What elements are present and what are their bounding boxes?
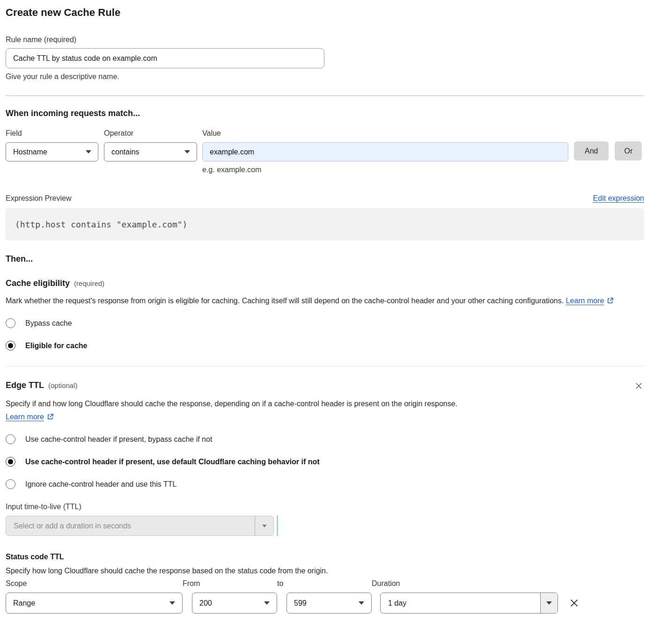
radio-ignore-header-use-ttl[interactable]: Ignore cache-control header and use this… — [6, 479, 644, 489]
duration-value: 1 day — [381, 593, 540, 613]
chevron-down-icon — [86, 150, 91, 154]
or-button[interactable]: Or — [615, 141, 642, 161]
focus-caret-bar — [277, 515, 278, 536]
edge-ttl-close-button[interactable] — [633, 381, 644, 391]
operator-select[interactable]: contains — [104, 142, 197, 161]
radio-bypass-cache[interactable]: Bypass cache — [6, 318, 644, 328]
radio-icon — [6, 434, 15, 444]
edge-ttl-optional-tag: (optional) — [48, 381, 78, 389]
from-label: From — [183, 579, 277, 588]
chevron-down-icon — [184, 150, 190, 154]
edge-ttl-description: Specify if and how long Cloudflare shoul… — [6, 397, 492, 424]
cache-eligibility-title: Cache eligibility — [6, 278, 70, 288]
then-heading: Then... — [6, 254, 644, 264]
delete-status-code-row-button[interactable] — [568, 597, 580, 609]
cache-eligibility-learn-more-link[interactable]: Learn more — [566, 297, 614, 305]
to-select-value: 599 — [294, 599, 307, 607]
radio-icon — [6, 479, 15, 489]
and-button[interactable]: And — [574, 141, 609, 161]
x-delete-icon — [569, 598, 580, 608]
edge-ttl-learn-more-link[interactable]: Learn more — [6, 413, 54, 421]
to-select[interactable]: 599 — [286, 593, 372, 614]
field-select-value: Hostname — [13, 148, 47, 156]
scope-label: Scope — [6, 579, 183, 588]
expression-preview-code: (http.host contains "example.com") — [6, 208, 644, 241]
match-condition-row: Field Hostname Operator contains Value e… — [6, 129, 644, 174]
ttl-duration-select-disabled: Select or add a duration in seconds — [6, 516, 274, 536]
to-label: to — [277, 579, 372, 588]
create-cache-rule-form: Create new Cache Rule Rule name (require… — [0, 0, 661, 625]
field-label: Field — [6, 129, 98, 138]
status-code-ttl-row: Scope Range From 200 to 599 Duration 1 d… — [6, 579, 644, 614]
page-title: Create new Cache Rule — [6, 7, 644, 19]
edit-expression-link[interactable]: Edit expression — [593, 194, 644, 203]
duration-dropdown-button[interactable] — [540, 593, 558, 613]
chevron-down-icon — [546, 601, 552, 605]
radio-use-header-default-if-not[interactable]: Use cache-control header if present, use… — [6, 457, 644, 467]
scope-select-value: Range — [13, 599, 35, 607]
radio-icon — [6, 318, 15, 328]
field-select[interactable]: Hostname — [6, 142, 98, 161]
divider — [6, 366, 644, 366]
from-select-value: 200 — [199, 599, 212, 607]
radio-selected-icon — [6, 341, 15, 351]
rule-name-label: Rule name (required) — [6, 36, 644, 44]
ttl-input-label: Input time-to-live (TTL) — [6, 503, 644, 511]
rule-name-help: Give your rule a descriptive name. — [6, 73, 644, 81]
operator-label: Operator — [104, 129, 197, 138]
duration-combobox[interactable]: 1 day — [380, 593, 558, 614]
from-select[interactable]: 200 — [192, 593, 277, 614]
chevron-down-icon — [264, 601, 270, 605]
value-help: e.g. example.com — [202, 166, 568, 174]
status-code-ttl-title: Status code TTL — [6, 553, 644, 561]
radio-selected-icon — [6, 457, 15, 467]
cache-eligibility-description: Mark whether the request's response from… — [6, 294, 635, 307]
radio-eligible-for-cache[interactable]: Eligible for cache — [6, 341, 644, 351]
scope-select[interactable]: Range — [6, 593, 183, 614]
external-link-icon — [607, 297, 614, 304]
rule-name-input[interactable] — [6, 48, 324, 68]
ttl-select-placeholder: Select or add a duration in seconds — [6, 516, 255, 535]
match-section-heading: When incoming requests match... — [6, 109, 644, 118]
external-link-icon — [47, 413, 54, 420]
cache-eligibility-required-tag: (required) — [74, 279, 104, 287]
edge-ttl-title: Edge TTL — [6, 381, 44, 390]
operator-select-value: contains — [111, 148, 140, 156]
chevron-down-icon — [255, 516, 273, 535]
value-input[interactable] — [202, 142, 568, 161]
chevron-down-icon — [169, 601, 175, 605]
duration-label: Duration — [372, 579, 558, 588]
divider — [6, 95, 644, 96]
close-icon — [634, 381, 643, 390]
chevron-down-icon — [359, 601, 364, 605]
radio-use-header-bypass-if-not[interactable]: Use cache-control header if present, byp… — [6, 434, 644, 444]
value-label: Value — [202, 129, 568, 138]
status-code-ttl-description: Specify how long Cloudflare should cache… — [6, 567, 644, 575]
expression-preview-label: Expression Preview — [6, 194, 72, 203]
